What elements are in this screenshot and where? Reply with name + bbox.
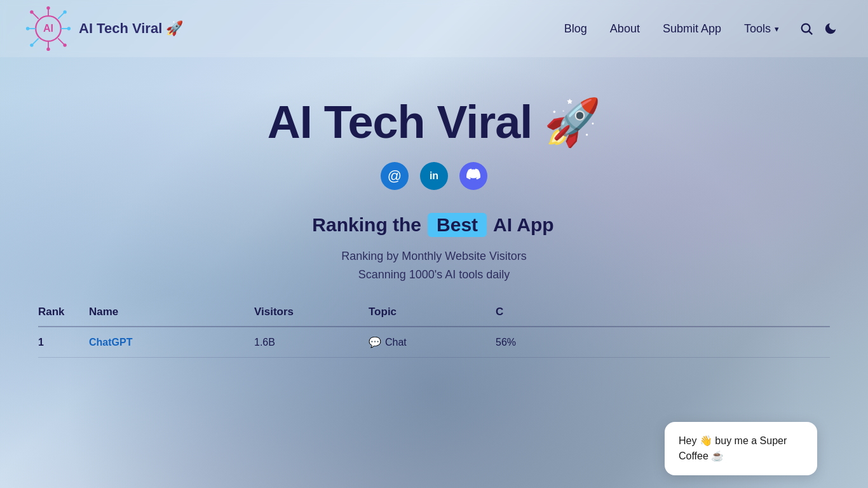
svg-line-6 [33,13,39,19]
svg-point-18 [802,24,810,32]
col-header-rank: Rank [38,306,89,318]
nav-link-about[interactable]: About [610,22,640,35]
cell-topic: 💬 Chat [369,336,496,348]
moon-icon [824,22,837,36]
svg-point-11 [46,48,50,51]
rankings-table: Rank Name Visitors Topic C 1 ChatGPT 1.6… [0,306,868,358]
svg-point-14 [30,10,33,13]
discord-icon [466,167,480,185]
svg-point-10 [46,6,50,10]
svg-point-15 [63,43,66,46]
scanning-text: Scanning 1000's AI tools daily [358,268,510,281]
svg-point-17 [30,43,33,46]
col-header-other: C [496,306,830,318]
social-icons: @ in [381,162,487,190]
svg-point-12 [26,27,29,30]
cell-other: 56% [496,337,830,348]
svg-text:AI: AI [43,22,53,34]
subtitle-post: AI App [493,214,556,236]
col-header-topic: Topic [369,306,496,318]
table-row: 1 ChatGPT 1.6B 💬 Chat 56% [38,327,830,358]
nav-brand-title: AI Tech Viral 🚀 [79,20,183,37]
discord-social-link[interactable] [459,162,487,190]
col-header-name: Name [89,306,254,318]
subtitle-pre: Ranking the [312,214,421,236]
ranking-by-text: Ranking by Monthly Website Visitors [341,250,526,263]
email-icon: @ [388,168,402,184]
table-header: Rank Name Visitors Topic C [38,306,830,327]
best-badge: Best [428,213,487,237]
col-header-visitors: Visitors [254,306,369,318]
navbar: AI AI Tech Viral 🚀 Blog About Submit App [0,0,868,57]
chat-bubble[interactable]: Hey 👋 buy me a Super Coffee ☕ [665,422,817,475]
nav-link-submit[interactable]: Submit App [663,22,721,35]
topic-icon: 💬 [369,336,381,348]
chevron-down-icon: ▾ [775,24,779,34]
nav-tools-label[interactable]: Tools [744,22,771,36]
svg-point-13 [67,27,71,30]
linkedin-icon: in [430,170,438,182]
search-icon [799,22,813,36]
nav-links: Blog About Submit App Tools ▾ [564,22,779,36]
svg-line-7 [58,38,64,44]
hero-section: AI Tech Viral 🚀 @ in Ranking the Best AI… [0,57,868,287]
svg-line-19 [809,31,812,34]
nav-link-blog[interactable]: Blog [564,22,587,35]
cell-name[interactable]: ChatGPT [89,337,254,348]
svg-point-16 [63,10,66,13]
svg-line-8 [58,13,64,19]
nav-link-tools[interactable]: Tools ▾ [744,22,779,36]
cell-visitors: 1.6B [254,337,369,348]
linkedin-social-link[interactable]: in [420,162,448,190]
logo-icon: AI [25,6,71,51]
topic-label: Chat [385,337,407,348]
chat-bubble-text: Hey 👋 buy me a Super Coffee ☕ [679,435,787,461]
email-social-link[interactable]: @ [381,162,409,190]
dark-mode-button[interactable] [818,19,843,38]
subtitle-block: Ranking the Best AI App [312,213,555,237]
svg-line-9 [33,38,39,44]
cell-rank: 1 [38,337,89,348]
nav-logo[interactable]: AI AI Tech Viral 🚀 [25,6,183,51]
hero-title: AI Tech Viral 🚀 [268,95,601,149]
search-button[interactable] [794,19,818,38]
